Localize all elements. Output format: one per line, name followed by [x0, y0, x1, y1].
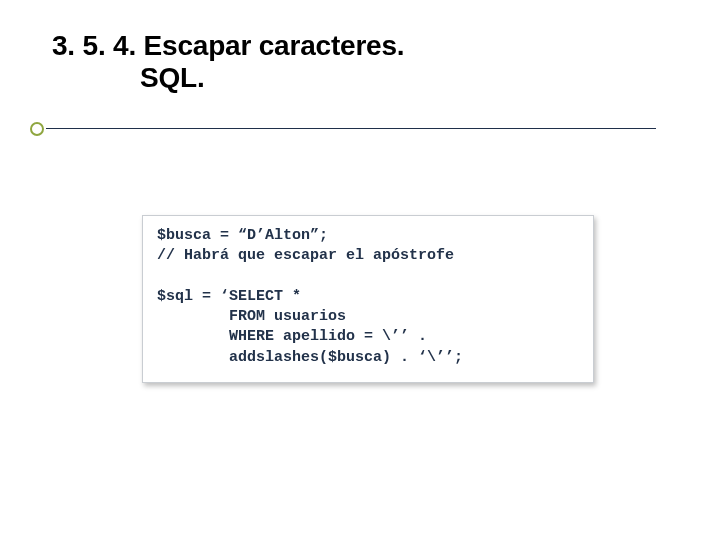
code-line: WHERE apellido = \’’ . — [157, 328, 427, 345]
code-line: $busca = “D’Alton”; — [157, 227, 328, 244]
code-line: // Habrá que escapar el apóstrofe — [157, 247, 454, 264]
title-rule — [18, 118, 658, 140]
horizontal-rule — [46, 128, 656, 129]
code-line: $sql = ‘SELECT * — [157, 288, 301, 305]
title-line-2: SQL. — [140, 62, 404, 94]
code-content: $busca = “D’Alton”; // Habrá que escapar… — [157, 226, 579, 368]
code-line: addslashes($busca) . ‘\’’; — [157, 349, 463, 366]
code-line: FROM usuarios — [157, 308, 346, 325]
code-block: $busca = “D’Alton”; // Habrá que escapar… — [142, 215, 594, 383]
bullet-dot-icon — [30, 122, 44, 136]
title-line-1: 3. 5. 4. Escapar caracteres. — [52, 30, 404, 62]
slide: 3. 5. 4. Escapar caracteres. SQL. $busca… — [0, 0, 720, 540]
slide-title: 3. 5. 4. Escapar caracteres. SQL. — [52, 30, 404, 94]
